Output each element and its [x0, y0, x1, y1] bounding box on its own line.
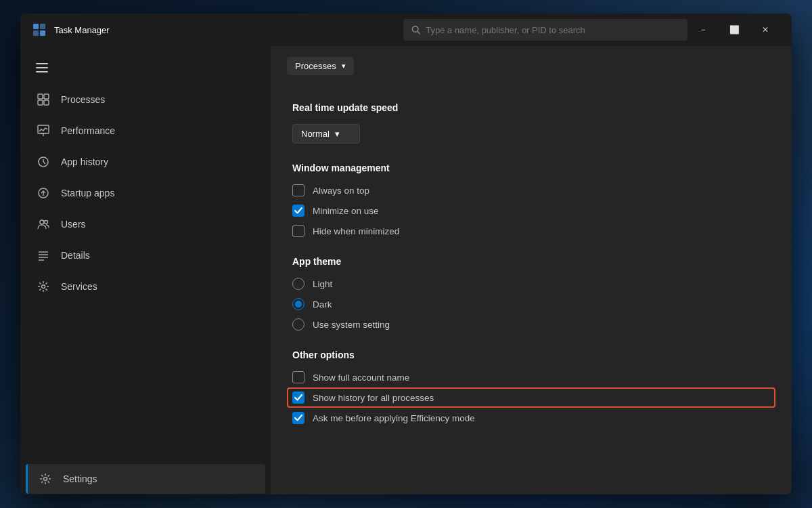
- always-on-top-checkbox[interactable]: [292, 184, 304, 196]
- svg-rect-7: [36, 67, 48, 68]
- sidebar-item-users[interactable]: Users: [26, 209, 265, 239]
- processes-icon: [37, 93, 50, 106]
- check-icon-2: [294, 394, 302, 401]
- services-icon: [37, 280, 50, 293]
- update-speed-dropdown[interactable]: Normal ▾: [292, 124, 360, 144]
- system-radio[interactable]: [292, 318, 304, 331]
- svg-point-24: [42, 285, 45, 289]
- window-management-section: Window management Always on top Minimize…: [292, 163, 770, 237]
- update-speed-section: Real time update speed Normal ▾: [292, 102, 770, 144]
- settings-label: Settings: [63, 473, 97, 484]
- svg-line-5: [418, 31, 420, 33]
- sidebar-item-processes[interactable]: Processes: [26, 85, 265, 114]
- titlebar: Task Manager − ⬜ ✕: [20, 14, 792, 46]
- update-speed-value: Normal: [301, 129, 330, 139]
- main-layout: Processes Performance: [20, 46, 792, 494]
- close-button[interactable]: ✕: [750, 19, 781, 41]
- sidebar-item-startup-apps[interactable]: Startup apps: [26, 178, 265, 208]
- other-options-section: Other options Show full account name: [292, 350, 770, 424]
- show-full-account-name-label: Show full account name: [313, 373, 409, 383]
- minimize-on-use-checkbox[interactable]: [292, 205, 304, 217]
- maximize-button[interactable]: ⬜: [719, 19, 750, 41]
- svg-rect-11: [38, 100, 43, 105]
- content-header: Processes ▾: [271, 46, 792, 86]
- show-history-item[interactable]: Show history for all processes: [292, 391, 770, 404]
- ask-before-efficiency-checkbox[interactable]: [292, 412, 304, 424]
- window-title: Task Manager: [54, 25, 110, 35]
- content-area[interactable]: Processes ▾ Real time update speed Norma…: [271, 46, 792, 494]
- app-history-icon: [37, 155, 50, 169]
- processes-tab-label: Processes: [295, 61, 336, 71]
- sidebar-item-performance-label: Performance: [61, 125, 115, 136]
- minimize-on-use-item[interactable]: Minimize on use: [292, 205, 770, 217]
- window-management-title: Window management: [292, 163, 770, 173]
- dropdown-arrow-icon: ▾: [335, 129, 340, 139]
- ask-before-efficiency-label: Ask me before applying Efficiency mode: [313, 413, 475, 423]
- ask-before-efficiency-item[interactable]: Ask me before applying Efficiency mode: [292, 412, 770, 424]
- svg-rect-8: [36, 71, 48, 72]
- search-input[interactable]: [426, 25, 679, 35]
- sidebar-item-services[interactable]: Services: [26, 272, 265, 301]
- show-full-account-name-checkbox[interactable]: [292, 371, 304, 383]
- svg-rect-6: [36, 63, 48, 64]
- check-icon: [294, 207, 302, 214]
- search-bar[interactable]: [403, 19, 687, 41]
- svg-rect-10: [44, 94, 49, 99]
- settings-content: Real time update speed Normal ▾ Window m…: [271, 86, 792, 459]
- svg-rect-0: [33, 24, 39, 29]
- svg-rect-12: [44, 100, 49, 105]
- performance-icon: [37, 124, 50, 137]
- processes-tab[interactable]: Processes ▾: [287, 57, 354, 75]
- minimize-on-use-label: Minimize on use: [313, 206, 379, 216]
- search-icon: [411, 25, 420, 35]
- sidebar-item-processes-label: Processes: [61, 94, 105, 105]
- minimize-button[interactable]: −: [687, 19, 719, 41]
- svg-rect-9: [38, 94, 43, 99]
- processes-tab-chevron: ▾: [342, 62, 346, 70]
- sidebar-item-settings[interactable]: Settings: [26, 464, 265, 494]
- always-on-top-label: Always on top: [313, 186, 369, 196]
- titlebar-left: Task Manager: [31, 22, 403, 38]
- sidebar-item-app-history-label: App history: [61, 156, 108, 167]
- show-full-account-name-item[interactable]: Show full account name: [292, 371, 770, 383]
- svg-rect-2: [33, 30, 39, 36]
- svg-rect-3: [40, 30, 45, 36]
- hide-when-minimized-item[interactable]: Hide when minimized: [292, 225, 770, 237]
- settings-icon: [39, 472, 52, 486]
- show-history-label: Show history for all processes: [313, 393, 434, 403]
- light-radio-item[interactable]: Light: [292, 278, 770, 290]
- window-controls: − ⬜ ✕: [687, 19, 781, 41]
- show-history-checkbox[interactable]: [292, 391, 304, 404]
- details-icon: [37, 249, 50, 262]
- light-radio[interactable]: [292, 278, 304, 290]
- app-icon: [31, 22, 47, 38]
- sidebar-item-services-label: Services: [61, 281, 97, 292]
- svg-point-19: [45, 221, 48, 224]
- startup-apps-icon: [37, 186, 50, 200]
- hamburger-button[interactable]: [28, 54, 55, 81]
- light-radio-label: Light: [313, 279, 332, 289]
- app-theme-section: App theme Light Dark Use system setting: [292, 256, 770, 331]
- sidebar-item-users-label: Users: [61, 219, 86, 230]
- sidebar: Processes Performance: [20, 46, 271, 494]
- always-on-top-item[interactable]: Always on top: [292, 184, 770, 196]
- sidebar-bottom: Settings: [20, 463, 271, 494]
- sidebar-item-details-label: Details: [61, 250, 90, 261]
- show-history-wrapper: Show history for all processes: [292, 391, 770, 404]
- dark-radio-item[interactable]: Dark: [292, 298, 770, 310]
- sidebar-item-startup-apps-label: Startup apps: [61, 188, 114, 198]
- sidebar-item-details[interactable]: Details: [26, 240, 265, 270]
- hide-when-minimized-label: Hide when minimized: [313, 226, 399, 236]
- system-radio-label: Use system setting: [313, 320, 390, 330]
- svg-point-25: [44, 478, 47, 481]
- other-options-title: Other options: [292, 350, 770, 360]
- hide-when-minimized-checkbox[interactable]: [292, 225, 304, 237]
- system-radio-item[interactable]: Use system setting: [292, 318, 770, 331]
- users-icon: [37, 217, 50, 231]
- dark-radio[interactable]: [292, 298, 304, 310]
- sidebar-item-app-history[interactable]: App history: [26, 147, 265, 177]
- sidebar-item-performance[interactable]: Performance: [26, 116, 265, 146]
- app-theme-title: App theme: [292, 256, 770, 267]
- dark-radio-label: Dark: [313, 299, 332, 310]
- check-icon-3: [294, 415, 302, 421]
